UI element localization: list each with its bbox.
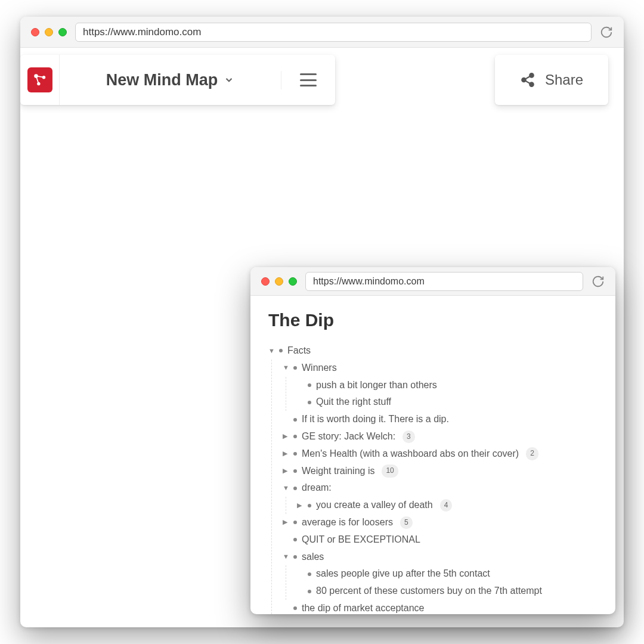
tree-row[interactable]: ▶you create a valley of death4 <box>297 497 597 514</box>
tree-row[interactable]: ▼Winners <box>283 360 597 377</box>
outline-titlebar: https://www.mindomo.com <box>250 267 615 296</box>
bullet-icon <box>308 401 311 404</box>
expand-icon[interactable]: ▶ <box>283 431 289 442</box>
tree-label: Weight training is <box>302 463 374 480</box>
tree-row[interactable]: ▶GE story: Jack Welch:3 <box>283 428 597 445</box>
tree-label: Winners <box>302 360 337 377</box>
count-badge: 5 <box>400 516 413 530</box>
svg-point-10 <box>522 78 526 82</box>
count-badge: 3 <box>402 431 415 444</box>
tree-label: If it is worth doing it. There is a dip. <box>302 411 449 428</box>
label-important: important tasks done at the beginning of… <box>408 116 509 137</box>
svg-line-0 <box>156 224 167 316</box>
zoom-dot[interactable] <box>58 28 67 36</box>
central-image <box>95 324 239 394</box>
tree-label: push a bit longer than others <box>316 377 437 394</box>
bullet-icon <box>293 435 297 438</box>
expand-icon[interactable]: ▶ <box>283 465 289 477</box>
central-title: 7 TIPS TO BOOST YOUR PRODUCTIVITY <box>96 398 238 425</box>
tree-label: Facts <box>287 342 311 360</box>
collapse-icon[interactable]: ▼ <box>283 482 289 494</box>
tree-label: average is for loosers <box>302 514 393 531</box>
tree-label: 80 percent of these customers buy on the… <box>316 583 542 600</box>
document-title: New Mind Map <box>106 71 218 89</box>
tree-row[interactable]: ▼dream: <box>283 479 597 497</box>
address-bar[interactable]: https://www.mindomo.com <box>75 23 592 42</box>
minimize-dot[interactable] <box>275 277 283 286</box>
menu-button[interactable] <box>281 73 335 86</box>
svg-line-3 <box>20 382 89 417</box>
outline-tree[interactable]: ▼Facts▼Winnerspush a bit longer than oth… <box>268 342 597 614</box>
outline-title: The Dip <box>268 310 597 330</box>
tree-row[interactable]: 80 percent of these customers buy on the… <box>297 583 597 600</box>
app-logo-icon <box>27 67 52 92</box>
expand-icon[interactable]: ▶ <box>297 500 303 512</box>
bullet-icon <box>308 383 311 387</box>
bullet-icon <box>293 606 297 610</box>
collapse-icon[interactable]: ▼ <box>283 551 289 563</box>
tree-label: the dip of market acceptance <box>302 600 424 614</box>
bullet-icon <box>293 555 297 559</box>
tree-row[interactable]: ▼Facts <box>268 342 597 360</box>
refresh-icon[interactable] <box>592 275 605 288</box>
refresh-icon[interactable] <box>600 26 613 39</box>
close-dot[interactable] <box>31 28 39 36</box>
window-controls <box>261 277 297 286</box>
svg-line-2 <box>140 453 157 534</box>
bullet-icon <box>293 521 297 524</box>
tree-label: dream: <box>302 479 332 497</box>
close-dot[interactable] <box>261 277 270 286</box>
zoom-dot[interactable] <box>289 277 297 286</box>
share-label: Share <box>545 72 583 88</box>
tree-row[interactable]: Quit the right stuff <box>297 394 597 411</box>
outline-body: The Dip ▼Facts▼Winnerspush a bit longer … <box>250 296 615 614</box>
bullet-icon <box>293 452 297 456</box>
toolbar-panel: New Mind Map <box>20 55 335 105</box>
share-button[interactable]: Share <box>495 55 608 105</box>
node-6[interactable]: 6. Take breaks/ 20-20-20 rule <box>48 522 233 550</box>
tree-row[interactable]: sales people give up after the 5th conta… <box>297 565 597 583</box>
count-badge: 10 <box>382 465 398 478</box>
bullet-icon <box>293 366 297 370</box>
document-title-button[interactable]: New Mind Map <box>60 71 281 89</box>
bullet-icon <box>308 590 311 593</box>
svg-line-4 <box>20 268 107 332</box>
label-willpower: People have a limited amount of willpowe… <box>215 125 411 145</box>
label-sleep: k to sleep, -sleep range, ired. <box>20 136 80 156</box>
tree-label: you create a valley of death <box>316 497 433 514</box>
svg-line-13 <box>525 81 530 83</box>
address-bar[interactable]: https://www.mindomo.com <box>305 272 583 291</box>
tree-row[interactable]: push a bit longer than others <box>297 377 597 394</box>
tree-row[interactable]: ▶average is for loosers5 <box>283 514 597 531</box>
svg-point-11 <box>530 82 534 86</box>
bullet-icon <box>308 504 311 507</box>
tree-row[interactable]: ▶Weight training is10 <box>283 463 597 480</box>
tree-row[interactable]: ▼sales <box>283 549 597 566</box>
outline-window: https://www.mindomo.com The Dip ▼Facts▼W… <box>250 267 615 614</box>
tree-row[interactable]: the dip of market acceptance <box>283 600 597 614</box>
collapse-icon[interactable]: ▼ <box>268 345 274 357</box>
bullet-icon <box>293 538 297 541</box>
logo-cell[interactable] <box>20 55 60 105</box>
svg-line-12 <box>525 76 530 79</box>
share-icon <box>520 72 535 88</box>
bullet-icon <box>293 418 297 422</box>
hamburger-icon <box>300 73 317 86</box>
count-badge: 2 <box>526 447 538 460</box>
expand-icon[interactable]: ▶ <box>283 448 289 460</box>
tree-row[interactable]: QUIT or BE EXCEPTIONAL <box>283 531 597 549</box>
tree-label: sales people give up after the 5th conta… <box>316 565 490 583</box>
tree-label: QUIT or BE EXCEPTIONAL <box>302 531 420 549</box>
bullet-icon <box>293 487 297 490</box>
tree-row[interactable]: If it is worth doing it. There is a dip. <box>283 411 597 428</box>
tree-label: GE story: Jack Welch: <box>302 428 395 445</box>
expand-icon[interactable]: ▶ <box>283 516 289 528</box>
tree-row[interactable]: ▶Men's Health (with a washboard abs on t… <box>283 445 597 463</box>
node-3[interactable]: 3. Minimize multitasking <box>66 197 227 225</box>
main-titlebar: https://www.mindomo.com <box>20 17 624 48</box>
collapse-icon[interactable]: ▼ <box>283 362 289 374</box>
node-4[interactable]: 4. Specific hours for tasks <box>297 222 469 250</box>
tree-label: Quit the right stuff <box>316 394 391 411</box>
minimize-dot[interactable] <box>45 28 53 36</box>
central-node[interactable]: 7 TIPS TO BOOST YOUR PRODUCTIVITY <box>88 316 246 433</box>
